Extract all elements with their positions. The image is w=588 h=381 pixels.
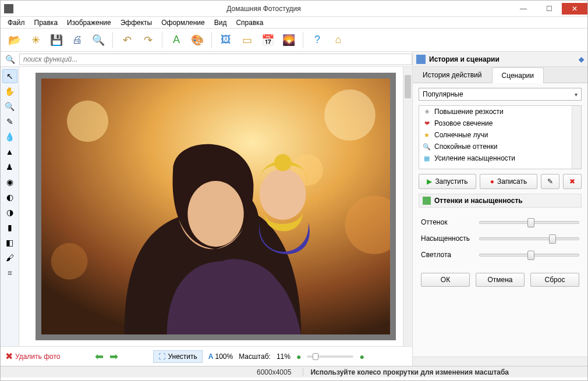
collapse-panel-button[interactable]: ◆ <box>579 55 584 63</box>
hue-slider[interactable] <box>479 221 579 224</box>
zoom-slider[interactable] <box>307 355 353 358</box>
zoom-out-button[interactable]: ● <box>296 352 301 361</box>
menu-effects[interactable]: Эффекты <box>116 17 157 28</box>
redeye-tool[interactable]: ◉ <box>2 175 17 189</box>
scale-100-button[interactable]: A 100% <box>208 352 233 361</box>
run-button[interactable]: ▶ Запустить <box>419 174 476 189</box>
canvas-vscrollbar[interactable] <box>403 67 412 346</box>
preview-icon[interactable]: 🔍 <box>89 31 108 49</box>
record-icon: ● <box>490 177 494 186</box>
calendar-icon[interactable]: 📅 <box>258 31 277 49</box>
search-row: 🔍 <box>1 52 412 67</box>
app-icon <box>4 4 13 13</box>
frame-icon[interactable]: ▭ <box>238 31 256 49</box>
palette-icon[interactable]: 🎨 <box>188 31 207 49</box>
fit-button[interactable]: ⛶ Унестить <box>153 350 202 363</box>
film-icon[interactable]: ✳ <box>26 31 45 49</box>
menu-view[interactable]: Вид <box>210 17 232 28</box>
saturation-label: Насыщенность <box>421 234 473 243</box>
effect-item[interactable]: ✳Повышение резкости <box>419 106 581 117</box>
replace-color-tool[interactable]: ◧ <box>2 236 17 250</box>
menu-edit[interactable]: Правка <box>30 17 63 28</box>
effects-list: ✳Повышение резкости❤Розовое свечение★Сол… <box>419 105 582 169</box>
ok-button[interactable]: ОК <box>421 273 470 287</box>
maximize-button[interactable]: ☐ <box>536 3 562 15</box>
insert-image-icon[interactable]: 🖼 <box>217 31 235 49</box>
zoom-tool[interactable]: 🔍 <box>2 99 17 113</box>
search-input[interactable] <box>19 54 412 65</box>
chevron-down-icon: ▾ <box>575 91 578 98</box>
scenario-category-dropdown[interactable]: Популярные ▾ <box>419 88 582 101</box>
home-icon[interactable]: ⌂ <box>329 31 348 49</box>
menu-file[interactable]: Файл <box>3 17 30 28</box>
hand-tool[interactable]: ✋ <box>2 84 17 98</box>
history-panel-icon <box>416 55 426 64</box>
menu-decor[interactable]: Оформление <box>157 17 209 28</box>
dodge-tool[interactable]: ◐ <box>2 190 17 204</box>
effects-vscrollbar[interactable] <box>572 106 581 169</box>
canvas-area[interactable] <box>19 67 412 346</box>
fit-label: Унестить <box>168 352 197 361</box>
stamp-tool[interactable]: ♟ <box>2 160 17 174</box>
statusbar: 6000x4005 Используйте колесо прокрутки д… <box>1 366 587 378</box>
effect-item[interactable]: 🔍Спокойные оттенки <box>419 141 581 152</box>
help-icon[interactable]: ? <box>308 31 327 49</box>
cancel-button[interactable]: Отмена <box>476 273 525 287</box>
tool-palette: ↖✋🔍✎💧▲♟◉◐◑▮◧🖌⌗ <box>1 67 19 346</box>
prev-button[interactable]: ⬅ <box>95 350 104 363</box>
redo-icon[interactable]: ↷ <box>139 31 157 49</box>
svg-point-2 <box>324 90 376 141</box>
sharpen-tool[interactable]: ▲ <box>2 145 17 159</box>
pointer-tool[interactable]: ↖ <box>2 69 17 83</box>
hue-label: Оттенок <box>421 218 473 226</box>
tab-history[interactable]: История действий <box>413 67 492 83</box>
delete-photo-button[interactable]: ✖ Удалить фото <box>5 351 60 362</box>
effect-item[interactable]: ▦Усиление насыщенности <box>419 152 581 164</box>
effect-icon: 🔍 <box>423 143 431 151</box>
delete-scenario-button[interactable]: ✖ <box>563 174 582 189</box>
photo-canvas[interactable] <box>41 79 390 334</box>
minimize-button[interactable]: — <box>511 3 536 15</box>
window-title: Домашняя Фотостудия <box>17 5 511 13</box>
record-button[interactable]: ● Записать <box>480 174 537 189</box>
main-toolbar: 📂✳💾🖨🔍 ↶↷ A🎨 🖼▭📅🌄 ?⌂ <box>1 29 587 52</box>
lightness-slider[interactable] <box>479 254 579 257</box>
blur-tool[interactable]: 💧 <box>2 130 17 144</box>
wand-button[interactable]: ✎ <box>541 174 559 189</box>
next-button[interactable]: ➡ <box>109 350 118 363</box>
play-icon: ▶ <box>427 177 432 186</box>
levels-tool[interactable]: ▮ <box>2 220 17 234</box>
text-icon[interactable]: A <box>167 31 186 49</box>
burn-tool[interactable]: ◑ <box>2 205 17 219</box>
menu-image[interactable]: Изображение <box>62 17 116 28</box>
open-folder-icon[interactable]: 📂 <box>5 31 24 49</box>
fit-icon: ⛶ <box>158 352 165 361</box>
postcard-icon[interactable]: 🌄 <box>279 31 298 49</box>
tab-scenarios[interactable]: Сценарии <box>492 67 544 83</box>
reset-button[interactable]: Сброс <box>530 273 579 287</box>
brush-tool[interactable]: 🖌 <box>2 251 17 265</box>
history-tabs: История действий Сценарии <box>413 67 587 83</box>
effect-icon: ▦ <box>423 154 431 162</box>
print-icon[interactable]: 🖨 <box>68 31 87 49</box>
saturation-slider[interactable] <box>479 237 579 240</box>
text-a-icon: A <box>208 352 214 361</box>
delete-x-icon: ✖ <box>569 177 575 186</box>
hsl-section-title: Оттенки и насыщенность <box>434 197 523 205</box>
effect-icon: ★ <box>423 131 431 139</box>
hsl-section-icon <box>423 197 431 205</box>
save-icon[interactable]: 💾 <box>47 31 66 49</box>
svg-point-5 <box>51 243 88 280</box>
bottom-bar: ✖ Удалить фото ⬅ ➡ ⛶ Унестить A 100% Мас… <box>1 346 412 366</box>
effect-item[interactable]: ★Солнечные лучи <box>419 129 581 141</box>
menu-help[interactable]: Справка <box>231 17 268 28</box>
eyedropper-tool[interactable]: ✎ <box>2 115 17 129</box>
right-hscrollbar[interactable] <box>413 357 587 366</box>
crop-tool[interactable]: ⌗ <box>2 266 17 280</box>
effect-item[interactable]: ❤Розовое свечение <box>419 117 581 129</box>
undo-icon[interactable]: ↶ <box>118 31 136 49</box>
svg-point-9 <box>274 154 291 171</box>
zoom-in-button[interactable]: ● <box>359 352 364 361</box>
effect-icon: ✳ <box>423 108 431 116</box>
close-button[interactable]: ✕ <box>562 3 587 15</box>
